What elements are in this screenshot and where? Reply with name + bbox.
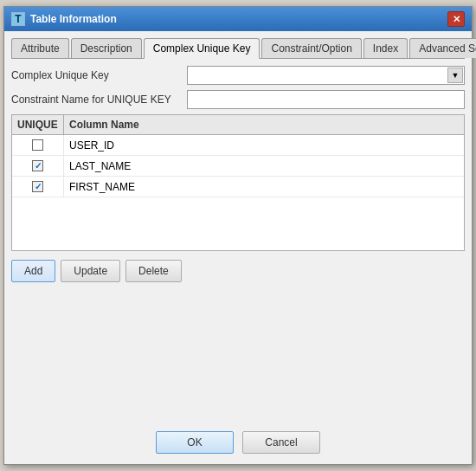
update-button[interactable]: Update	[61, 260, 120, 282]
tab-index[interactable]: Index	[363, 38, 408, 58]
spacer	[11, 287, 465, 423]
close-button[interactable]: ✕	[447, 11, 465, 27]
tab-bar: Attribute Description Complex Unique Key…	[11, 38, 465, 59]
column-header-unique: UNIQUE	[12, 115, 64, 134]
td-unique-0	[12, 135, 64, 155]
table-information-window: T Table Information ✕ Attribute Descript…	[3, 6, 473, 465]
tab-advanced-settings[interactable]: Advanced Settings	[409, 38, 476, 58]
td-unique-1	[12, 156, 64, 176]
td-col-0: USER_ID	[64, 138, 464, 153]
complex-unique-key-label: Complex Unique Key	[11, 69, 180, 81]
title-bar: T Table Information ✕	[4, 7, 472, 31]
cancel-button[interactable]: Cancel	[242, 431, 320, 454]
content-area: Complex Unique Key ▼ Constraint Name for…	[11, 66, 465, 423]
td-col-1: LAST_NAME	[64, 158, 464, 174]
action-button-row: Add Update Delete	[11, 260, 465, 282]
add-button[interactable]: Add	[11, 260, 55, 282]
tab-complex-unique-key[interactable]: Complex Unique Key	[144, 38, 261, 59]
ok-button[interactable]: OK	[156, 431, 234, 454]
column-header-column-name: Column Name	[64, 115, 464, 134]
table-row: LAST_NAME	[12, 156, 464, 177]
window-title: Table Information	[30, 13, 117, 25]
delete-button[interactable]: Delete	[125, 260, 182, 282]
unique-key-table: UNIQUE Column Name USER_ID LAST_N	[11, 114, 465, 251]
complex-unique-key-row: Complex Unique Key ▼	[11, 66, 465, 85]
complex-unique-key-select[interactable]	[187, 66, 465, 85]
checkbox-last-name[interactable]	[32, 160, 43, 171]
table-row: USER_ID	[12, 135, 464, 156]
td-unique-2	[12, 177, 64, 197]
window-body: Attribute Description Complex Unique Key…	[4, 31, 472, 464]
bottom-bar: OK Cancel	[11, 423, 465, 457]
table-header: UNIQUE Column Name	[12, 115, 464, 135]
table-body: USER_ID LAST_NAME FIRST_NAME	[12, 135, 464, 250]
table-row: FIRST_NAME	[12, 177, 464, 197]
tab-constraint-option[interactable]: Constraint/Option	[261, 38, 361, 58]
constraint-name-input[interactable]	[187, 90, 465, 109]
constraint-name-row: Constraint Name for UNIQUE KEY	[11, 90, 465, 109]
checkbox-user-id[interactable]	[32, 139, 43, 151]
checkbox-first-name[interactable]	[32, 181, 43, 192]
window-icon: T	[11, 12, 25, 26]
complex-unique-key-select-wrapper: ▼	[187, 66, 465, 85]
td-col-2: FIRST_NAME	[64, 179, 464, 195]
title-bar-left: T Table Information	[11, 12, 117, 26]
constraint-name-label: Constraint Name for UNIQUE KEY	[11, 94, 180, 106]
tab-description[interactable]: Description	[71, 38, 142, 58]
tab-attribute[interactable]: Attribute	[11, 38, 69, 58]
